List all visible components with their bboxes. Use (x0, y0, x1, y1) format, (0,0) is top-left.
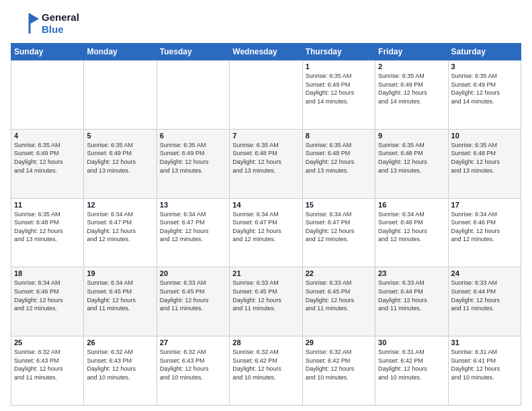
day-number: 5 (87, 132, 153, 140)
day-info: Sunrise: 6:34 AM Sunset: 6:46 PM Dayligh… (378, 210, 445, 244)
day-info: Sunrise: 6:34 AM Sunset: 6:47 PM Dayligh… (306, 210, 372, 244)
day-number: 20 (160, 269, 226, 277)
header-day-saturday: Saturday (448, 44, 521, 60)
calendar-cell: 22Sunrise: 6:33 AM Sunset: 6:45 PM Dayli… (302, 267, 375, 336)
day-number: 17 (451, 201, 518, 209)
calendar-cell: 9Sunrise: 6:35 AM Sunset: 6:48 PM Daylig… (375, 129, 448, 198)
day-info: Sunrise: 6:33 AM Sunset: 6:45 PM Dayligh… (160, 279, 226, 312)
header-row: SundayMondayTuesdayWednesdayThursdayFrid… (11, 44, 521, 60)
header-day-sunday: Sunday (11, 44, 84, 60)
day-info: Sunrise: 6:35 AM Sunset: 6:49 PM Dayligh… (87, 141, 153, 175)
day-number: 28 (232, 338, 299, 347)
day-number: 4 (14, 132, 81, 140)
calendar-table: SundayMondayTuesdayWednesdayThursdayFrid… (11, 43, 521, 406)
day-number: 6 (160, 132, 226, 140)
calendar-cell: 23Sunrise: 6:33 AM Sunset: 6:44 PM Dayli… (375, 267, 448, 336)
day-info: Sunrise: 6:32 AM Sunset: 6:42 PM Dayligh… (306, 348, 372, 381)
calendar-cell: 14Sunrise: 6:34 AM Sunset: 6:47 PM Dayli… (230, 198, 302, 267)
svg-marker-1 (30, 13, 39, 24)
day-number: 23 (378, 269, 445, 277)
calendar-cell: 28Sunrise: 6:32 AM Sunset: 6:42 PM Dayli… (230, 336, 302, 406)
day-number: 3 (451, 62, 518, 71)
day-number: 25 (14, 338, 81, 347)
week-row-4: 18Sunrise: 6:34 AM Sunset: 6:46 PM Dayli… (11, 267, 521, 336)
calendar-cell: 27Sunrise: 6:32 AM Sunset: 6:43 PM Dayli… (157, 336, 229, 406)
day-info: Sunrise: 6:35 AM Sunset: 6:49 PM Dayligh… (14, 141, 81, 175)
week-row-1: 1Sunrise: 6:35 AM Sunset: 6:49 PM Daylig… (11, 60, 521, 130)
day-number: 27 (160, 338, 226, 347)
day-info: Sunrise: 6:35 AM Sunset: 6:49 PM Dayligh… (306, 72, 372, 105)
day-number: 7 (232, 132, 299, 140)
day-info: Sunrise: 6:35 AM Sunset: 6:48 PM Dayligh… (451, 141, 518, 175)
header-day-thursday: Thursday (302, 44, 375, 60)
day-number: 13 (160, 201, 226, 209)
day-number: 9 (378, 132, 445, 140)
calendar-cell (230, 60, 302, 130)
svg-rect-0 (11, 11, 39, 36)
calendar-cell: 7Sunrise: 6:35 AM Sunset: 6:48 PM Daylig… (230, 129, 302, 198)
calendar-cell: 19Sunrise: 6:34 AM Sunset: 6:45 PM Dayli… (84, 267, 157, 336)
day-number: 8 (306, 132, 372, 140)
day-info: Sunrise: 6:32 AM Sunset: 6:43 PM Dayligh… (87, 348, 153, 381)
calendar-cell: 21Sunrise: 6:33 AM Sunset: 6:45 PM Dayli… (230, 267, 302, 336)
day-number: 11 (14, 201, 81, 209)
header-day-tuesday: Tuesday (157, 44, 229, 60)
calendar-cell: 20Sunrise: 6:33 AM Sunset: 6:45 PM Dayli… (157, 267, 229, 336)
logo: GeneralBlue (11, 11, 79, 36)
day-number: 14 (232, 201, 299, 209)
day-number: 1 (306, 62, 372, 71)
calendar-cell: 16Sunrise: 6:34 AM Sunset: 6:46 PM Dayli… (375, 198, 448, 267)
day-info: Sunrise: 6:34 AM Sunset: 6:46 PM Dayligh… (451, 210, 518, 244)
day-info: Sunrise: 6:35 AM Sunset: 6:49 PM Dayligh… (451, 72, 518, 105)
day-number: 16 (378, 201, 445, 209)
day-info: Sunrise: 6:31 AM Sunset: 6:42 PM Dayligh… (378, 348, 445, 381)
calendar-cell: 5Sunrise: 6:35 AM Sunset: 6:49 PM Daylig… (84, 129, 157, 198)
day-info: Sunrise: 6:32 AM Sunset: 6:43 PM Dayligh… (14, 348, 81, 381)
day-number: 15 (306, 201, 372, 209)
day-info: Sunrise: 6:34 AM Sunset: 6:47 PM Dayligh… (160, 210, 226, 244)
calendar-cell (11, 60, 84, 130)
day-number: 22 (306, 269, 372, 277)
day-number: 30 (378, 338, 445, 347)
header-day-monday: Monday (84, 44, 157, 60)
day-info: Sunrise: 6:33 AM Sunset: 6:44 PM Dayligh… (451, 279, 518, 312)
day-info: Sunrise: 6:35 AM Sunset: 6:49 PM Dayligh… (378, 72, 445, 105)
day-info: Sunrise: 6:33 AM Sunset: 6:45 PM Dayligh… (232, 279, 299, 312)
day-number: 18 (14, 269, 81, 277)
general-blue-logo-icon (11, 11, 39, 36)
week-row-3: 11Sunrise: 6:35 AM Sunset: 6:48 PM Dayli… (11, 198, 521, 267)
day-number: 31 (451, 338, 518, 347)
day-number: 21 (232, 269, 299, 277)
calendar-cell (84, 60, 157, 130)
calendar-cell: 10Sunrise: 6:35 AM Sunset: 6:48 PM Dayli… (448, 129, 521, 198)
day-info: Sunrise: 6:33 AM Sunset: 6:45 PM Dayligh… (306, 279, 372, 312)
calendar-cell: 31Sunrise: 6:31 AM Sunset: 6:41 PM Dayli… (448, 336, 521, 406)
calendar-cell: 13Sunrise: 6:34 AM Sunset: 6:47 PM Dayli… (157, 198, 229, 267)
day-info: Sunrise: 6:33 AM Sunset: 6:44 PM Dayligh… (378, 279, 445, 312)
calendar-cell: 18Sunrise: 6:34 AM Sunset: 6:46 PM Dayli… (11, 267, 84, 336)
day-info: Sunrise: 6:35 AM Sunset: 6:48 PM Dayligh… (14, 210, 81, 244)
calendar-cell: 29Sunrise: 6:32 AM Sunset: 6:42 PM Dayli… (302, 336, 375, 406)
calendar-cell: 30Sunrise: 6:31 AM Sunset: 6:42 PM Dayli… (375, 336, 448, 406)
calendar-cell: 15Sunrise: 6:34 AM Sunset: 6:47 PM Dayli… (302, 198, 375, 267)
day-info: Sunrise: 6:34 AM Sunset: 6:45 PM Dayligh… (87, 279, 153, 312)
calendar-cell: 17Sunrise: 6:34 AM Sunset: 6:46 PM Dayli… (448, 198, 521, 267)
calendar: SundayMondayTuesdayWednesdayThursdayFrid… (11, 43, 521, 406)
calendar-cell: 24Sunrise: 6:33 AM Sunset: 6:44 PM Dayli… (448, 267, 521, 336)
day-info: Sunrise: 6:34 AM Sunset: 6:46 PM Dayligh… (14, 279, 81, 312)
calendar-cell: 11Sunrise: 6:35 AM Sunset: 6:48 PM Dayli… (11, 198, 84, 267)
day-info: Sunrise: 6:35 AM Sunset: 6:48 PM Dayligh… (306, 141, 372, 175)
calendar-cell: 4Sunrise: 6:35 AM Sunset: 6:49 PM Daylig… (11, 129, 84, 198)
calendar-cell: 26Sunrise: 6:32 AM Sunset: 6:43 PM Dayli… (84, 336, 157, 406)
day-number: 2 (378, 62, 445, 71)
day-info: Sunrise: 6:32 AM Sunset: 6:42 PM Dayligh… (232, 348, 299, 381)
logo-general: General (42, 11, 79, 24)
day-number: 26 (87, 338, 153, 347)
week-row-2: 4Sunrise: 6:35 AM Sunset: 6:49 PM Daylig… (11, 129, 521, 198)
calendar-cell: 25Sunrise: 6:32 AM Sunset: 6:43 PM Dayli… (11, 336, 84, 406)
calendar-cell: 1Sunrise: 6:35 AM Sunset: 6:49 PM Daylig… (302, 60, 375, 130)
day-info: Sunrise: 6:35 AM Sunset: 6:48 PM Dayligh… (232, 141, 299, 175)
day-info: Sunrise: 6:35 AM Sunset: 6:49 PM Dayligh… (160, 141, 226, 175)
page: GeneralBlue SundayMondayTuesdayWednesday… (0, 0, 532, 411)
day-number: 29 (306, 338, 372, 347)
